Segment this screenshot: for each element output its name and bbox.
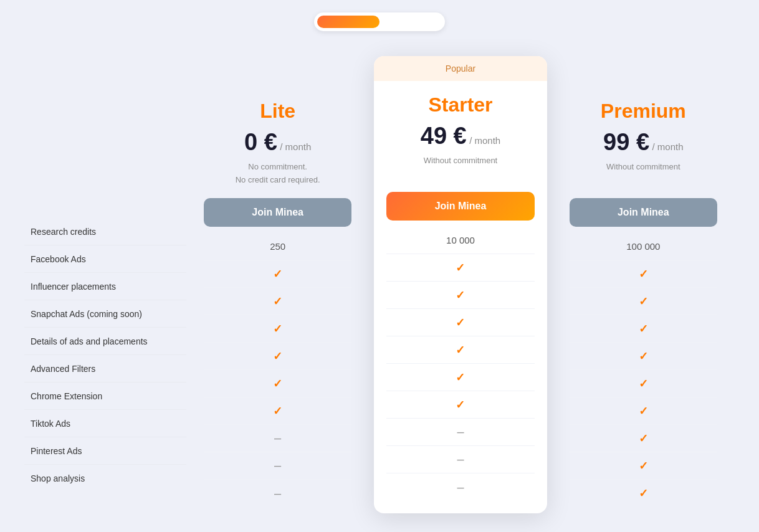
check-icon: ✓ bbox=[456, 343, 465, 357]
dash-icon: – bbox=[457, 452, 464, 467]
plan-card-starter: Popular Starter 49 € / month Without com… bbox=[374, 56, 547, 513]
plan-name-lite: Lite bbox=[204, 87, 351, 129]
check-icon: ✓ bbox=[639, 487, 648, 500]
plan-commitment-lite: No commitment.No credit card required. bbox=[204, 161, 351, 188]
dash-icon: – bbox=[457, 480, 464, 495]
feature-value-lite-7: – bbox=[204, 425, 351, 452]
feature-value-starter-0: 10 000 bbox=[386, 227, 534, 254]
feature-label-6: Chrome Extension bbox=[24, 382, 186, 410]
join-button-lite[interactable]: Join Minea bbox=[204, 198, 351, 227]
feature-label-7: Tiktok Ads bbox=[24, 410, 186, 437]
check-icon: ✓ bbox=[639, 432, 648, 445]
feature-value-starter-4: ✓ bbox=[386, 336, 534, 364]
annual-toggle-button[interactable] bbox=[380, 16, 442, 28]
billing-toggle bbox=[314, 12, 445, 31]
check-icon: ✓ bbox=[639, 267, 648, 281]
dash-icon: – bbox=[274, 431, 281, 445]
check-icon: ✓ bbox=[639, 295, 648, 308]
feature-label-3: Snapchat Ads (coming soon) bbox=[24, 300, 186, 328]
feature-label-8: Pinterest Ads bbox=[24, 437, 186, 465]
plan-name-premium: Premium bbox=[570, 87, 717, 129]
check-icon: ✓ bbox=[456, 288, 465, 302]
feature-value-lite-5: ✓ bbox=[204, 370, 351, 397]
feature-value-starter-3: ✓ bbox=[386, 309, 534, 336]
feature-value-starter-5: ✓ bbox=[386, 364, 534, 391]
check-icon: ✓ bbox=[273, 377, 282, 391]
dash-icon: – bbox=[274, 458, 281, 473]
feature-label-0: Research credits bbox=[24, 218, 186, 245]
check-icon: ✓ bbox=[639, 377, 648, 391]
plan-commitment-starter: Without commitment bbox=[386, 154, 534, 182]
feature-value-premium-1: ✓ bbox=[570, 260, 717, 288]
pricing-table: Research creditsFacebook AdsInfluencer p… bbox=[12, 56, 747, 520]
feature-label-2: Influencer placements bbox=[24, 273, 186, 300]
check-icon: ✓ bbox=[273, 349, 282, 363]
feature-value-lite-2: ✓ bbox=[204, 288, 351, 315]
check-icon: ✓ bbox=[456, 261, 465, 275]
check-icon: ✓ bbox=[639, 404, 648, 418]
check-icon: ✓ bbox=[639, 459, 648, 473]
check-icon: ✓ bbox=[456, 371, 465, 384]
monthly-toggle-button[interactable] bbox=[317, 16, 380, 28]
plan-price-starter: 49 € / month bbox=[386, 123, 534, 150]
feature-value-premium-4: ✓ bbox=[570, 343, 717, 370]
check-icon: ✓ bbox=[273, 267, 282, 281]
feature-label-5: Advanced Filters bbox=[24, 355, 186, 382]
join-button-premium[interactable]: Join Minea bbox=[570, 198, 717, 227]
dash-icon: – bbox=[457, 425, 464, 439]
plan-card-premium: Premium 99 € / month Without commitment … bbox=[557, 56, 730, 520]
plan-name-starter: Starter bbox=[386, 81, 534, 123]
feature-value-premium-3: ✓ bbox=[570, 315, 717, 343]
plan-price-premium: 99 € / month bbox=[570, 129, 717, 156]
feature-value-starter-2: ✓ bbox=[386, 282, 534, 309]
check-icon: ✓ bbox=[639, 322, 648, 336]
feature-value-starter-8: – bbox=[386, 446, 534, 473]
feature-label-1: Facebook Ads bbox=[24, 245, 186, 273]
feature-value-premium-9: ✓ bbox=[570, 480, 717, 507]
feature-value-lite-8: – bbox=[204, 452, 351, 480]
feature-value-lite-6: ✓ bbox=[204, 397, 351, 425]
check-icon: ✓ bbox=[273, 295, 282, 308]
feature-value-premium-7: ✓ bbox=[570, 425, 717, 452]
feature-value-starter-1: ✓ bbox=[386, 254, 534, 282]
feature-value-lite-3: ✓ bbox=[204, 315, 351, 343]
feature-label-4: Details of ads and placements bbox=[24, 328, 186, 355]
feature-value-lite-1: ✓ bbox=[204, 260, 351, 288]
feature-label-9: Shop analysis bbox=[24, 465, 186, 492]
feature-value-starter-9: – bbox=[386, 473, 534, 501]
feature-value-premium-5: ✓ bbox=[570, 370, 717, 397]
feature-value-premium-0: 100 000 bbox=[570, 233, 717, 260]
check-icon: ✓ bbox=[273, 322, 282, 336]
plan-commitment-premium: Without commitment bbox=[570, 161, 717, 188]
check-icon: ✓ bbox=[456, 398, 465, 412]
dash-icon: – bbox=[274, 487, 281, 501]
plan-price-lite: 0 € / month bbox=[204, 129, 351, 156]
popular-badge: Popular bbox=[374, 56, 547, 81]
feature-value-lite-9: – bbox=[204, 480, 351, 507]
join-button-starter[interactable]: Join Minea bbox=[386, 192, 534, 221]
feature-value-premium-2: ✓ bbox=[570, 288, 717, 315]
feature-value-lite-4: ✓ bbox=[204, 343, 351, 370]
check-icon: ✓ bbox=[456, 316, 465, 330]
plan-card-lite: Lite 0 € / month No commitment.No credit… bbox=[191, 56, 364, 520]
feature-value-starter-7: – bbox=[386, 419, 534, 446]
check-icon: ✓ bbox=[639, 349, 648, 363]
feature-value-premium-6: ✓ bbox=[570, 397, 717, 425]
features-column: Research creditsFacebook AdsInfluencer p… bbox=[24, 56, 186, 492]
feature-value-starter-6: ✓ bbox=[386, 391, 534, 419]
feature-value-premium-8: ✓ bbox=[570, 452, 717, 480]
feature-value-lite-0: 250 bbox=[204, 233, 351, 260]
check-icon: ✓ bbox=[273, 404, 282, 418]
